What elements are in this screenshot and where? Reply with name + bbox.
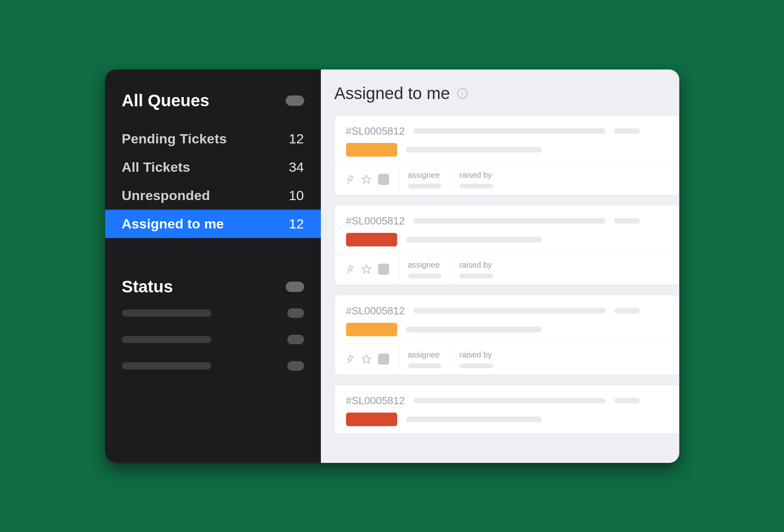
- status-toggle[interactable]: [286, 282, 304, 292]
- ticket-card-footer: assignee raised by: [335, 164, 679, 195]
- star-icon[interactable]: [361, 264, 372, 274]
- ticket-list: #SL0005812: [321, 115, 679, 434]
- priority-tag: [346, 413, 397, 426]
- main-header: Assigned to me i: [321, 84, 679, 115]
- status-item[interactable]: [122, 335, 304, 344]
- ticket-desc-placeholder: [406, 147, 542, 153]
- ticket-card[interactable]: #SL0005812: [334, 205, 679, 285]
- status-count-placeholder: [287, 308, 304, 318]
- raised-by-value-placeholder: [460, 363, 493, 368]
- ticket-actions: [335, 344, 399, 375]
- ticket-card[interactable]: #SL0005812: [334, 295, 679, 375]
- raised-by-cell: raised by: [450, 164, 502, 195]
- ticket-date-placeholder: [614, 308, 640, 314]
- ticket-title-placeholder: [414, 128, 605, 134]
- pin-icon[interactable]: [344, 354, 355, 364]
- queue-item-label: Unresponded: [122, 188, 210, 203]
- page-title: Assigned to me: [334, 84, 450, 103]
- star-icon[interactable]: [361, 354, 372, 364]
- ticket-date-placeholder: [614, 398, 640, 403]
- info-icon[interactable]: i: [457, 88, 468, 99]
- pin-icon[interactable]: [344, 264, 355, 274]
- svg-marker-1: [362, 265, 371, 273]
- queues-title: All Queues: [122, 91, 209, 110]
- ticket-row-top: #SL0005812: [346, 215, 668, 227]
- ticket-desc-placeholder: [406, 417, 542, 422]
- assignee-label: assignee: [408, 260, 442, 270]
- ticket-card-body: #SL0005812: [335, 205, 679, 254]
- select-checkbox[interactable]: [378, 174, 389, 185]
- ticket-desc-placeholder: [406, 327, 542, 332]
- raised-by-cell: raised by: [450, 344, 502, 375]
- status-label-placeholder: [122, 310, 211, 317]
- priority-tag: [346, 233, 397, 246]
- ticket-row-bottom: [346, 233, 668, 246]
- ticket-id: #SL0005812: [346, 395, 405, 407]
- status-count-placeholder: [287, 361, 304, 371]
- raised-by-cell: raised by: [450, 254, 502, 285]
- status-list: [105, 304, 321, 371]
- assignee-cell: assignee: [399, 164, 450, 195]
- ticket-id: #SL0005812: [346, 125, 405, 137]
- queue-list: Pending Tickets 12 All Tickets 34 Unresp…: [105, 125, 321, 238]
- status-item[interactable]: [122, 308, 304, 318]
- ticket-desc-placeholder: [406, 237, 542, 242]
- raised-by-value-placeholder: [460, 274, 493, 278]
- ticket-card-footer: assignee raised by: [335, 343, 679, 375]
- ticket-title-placeholder: [414, 398, 605, 403]
- ticket-row-bottom: [346, 413, 668, 426]
- ticket-row-top: #SL0005812: [346, 395, 668, 407]
- assignee-cell: assignee: [399, 344, 450, 375]
- priority-tag: [346, 143, 397, 157]
- assignee-cell: assignee: [399, 254, 450, 285]
- queue-item-pending[interactable]: Pending Tickets 12: [105, 125, 321, 153]
- assignee-value-placeholder: [408, 184, 442, 189]
- ticket-card[interactable]: #SL0005812: [334, 115, 679, 195]
- svg-marker-2: [362, 355, 371, 363]
- status-label-placeholder: [122, 336, 211, 343]
- pin-icon[interactable]: [344, 174, 355, 185]
- queue-item-all[interactable]: All Tickets 34: [105, 153, 321, 181]
- raised-by-label: raised by: [460, 350, 493, 359]
- ticket-row-bottom: [346, 323, 668, 336]
- status-title: Status: [122, 277, 173, 296]
- queue-item-count: 12: [289, 216, 304, 232]
- ticket-title-placeholder: [414, 308, 605, 314]
- queue-item-count: 12: [289, 131, 304, 147]
- queue-item-label: Assigned to me: [122, 216, 224, 232]
- ticket-card-body: #SL0005812: [335, 295, 679, 343]
- select-checkbox[interactable]: [378, 353, 389, 365]
- assignee-label: assignee: [408, 350, 442, 359]
- assignee-value-placeholder: [408, 274, 442, 278]
- queues-toggle[interactable]: [286, 95, 304, 106]
- ticket-title-placeholder: [414, 218, 605, 224]
- status-section-header: Status: [105, 270, 321, 304]
- queue-item-unresponded[interactable]: Unresponded 10: [105, 181, 321, 210]
- queue-item-count: 10: [289, 188, 304, 203]
- ticket-card-body: #SL0005812: [335, 385, 679, 433]
- ticket-card-body: #SL0005812: [335, 115, 679, 164]
- ticket-id: #SL0005812: [346, 305, 405, 317]
- select-checkbox[interactable]: [378, 264, 389, 275]
- status-item[interactable]: [122, 361, 304, 371]
- assignee-label: assignee: [408, 171, 442, 180]
- sidebar: All Queues Pending Tickets 12 All Ticket…: [105, 69, 321, 463]
- queue-item-assigned-to-me[interactable]: Assigned to me 12: [105, 210, 321, 238]
- svg-marker-0: [362, 175, 371, 183]
- raised-by-label: raised by: [460, 260, 493, 270]
- assignee-value-placeholder: [408, 363, 442, 368]
- ticket-card[interactable]: #SL0005812: [334, 385, 679, 434]
- ticket-row-bottom: [346, 143, 668, 157]
- status-section: Status: [105, 270, 321, 371]
- app-window: All Queues Pending Tickets 12 All Ticket…: [105, 69, 679, 463]
- priority-tag: [346, 323, 397, 336]
- queue-item-count: 34: [289, 159, 304, 175]
- star-icon[interactable]: [361, 174, 372, 185]
- raised-by-value-placeholder: [460, 184, 493, 189]
- ticket-actions: [335, 254, 399, 285]
- status-count-placeholder: [287, 335, 304, 344]
- queue-item-label: Pending Tickets: [122, 131, 227, 147]
- status-label-placeholder: [122, 362, 211, 369]
- ticket-row-top: #SL0005812: [346, 305, 668, 317]
- raised-by-label: raised by: [460, 171, 493, 180]
